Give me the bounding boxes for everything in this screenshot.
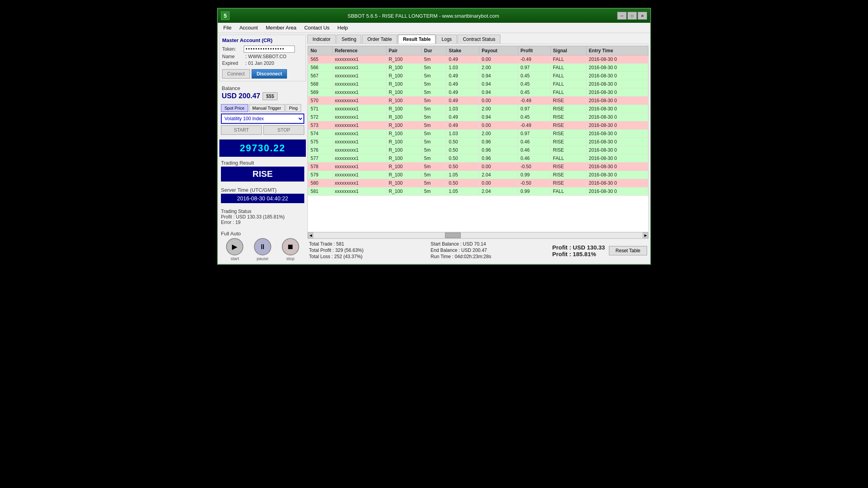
table-row: 572xxxxxxxxx1R_1005m0.490.940.45RISE2016… bbox=[308, 113, 648, 121]
token-input[interactable] bbox=[244, 46, 295, 53]
cell-pair: R_100 bbox=[386, 97, 421, 105]
cell-payout: 2.04 bbox=[479, 171, 518, 179]
table-row: 566xxxxxxxxx1R_1005m1.032.000.97FALL2016… bbox=[308, 64, 648, 72]
cell-signal: RISE bbox=[550, 113, 586, 121]
tab-ping[interactable]: Ping bbox=[285, 104, 301, 112]
total-loss: Total Loss : 252 (43.37%) bbox=[309, 254, 427, 259]
tab-contract-status[interactable]: Contract Status bbox=[458, 35, 500, 44]
menu-member-area[interactable]: Member Area bbox=[262, 24, 300, 32]
cell-entry-time: 2016-08-30 0 bbox=[586, 179, 648, 187]
cell-payout: 0.00 bbox=[479, 55, 518, 64]
cell-entry-time: 2016-08-30 0 bbox=[586, 146, 648, 154]
reset-table-button[interactable]: Reset Table bbox=[609, 246, 647, 255]
table-row: 574xxxxxxxxx1R_1005m1.032.000.97RISE2016… bbox=[308, 130, 648, 138]
cell-no: 580 bbox=[308, 179, 333, 187]
stop-label: stop bbox=[286, 256, 294, 261]
cell-stake: 0.50 bbox=[446, 179, 479, 187]
tab-setting[interactable]: Setting bbox=[337, 35, 361, 44]
footer-reset-col: Reset Table bbox=[609, 241, 647, 260]
cell-stake: 1.05 bbox=[446, 187, 479, 196]
dropdown-row: Volatility 10 Index Volatility 25 Index … bbox=[221, 114, 304, 124]
pause-button[interactable]: ⏸ bbox=[254, 238, 271, 255]
cell-profit: -0.50 bbox=[518, 163, 551, 171]
cell-stake: 0.49 bbox=[446, 113, 479, 121]
menu-file[interactable]: File bbox=[219, 24, 235, 32]
tab-order-table[interactable]: Order Table bbox=[362, 35, 397, 44]
cell-pair: R_100 bbox=[386, 80, 421, 88]
title-bar: 5 SBBOT 5.6.5 - RISE FALL LONGTERM - www… bbox=[218, 9, 650, 23]
cell-dur: 5m bbox=[421, 179, 446, 187]
cell-reference: xxxxxxxxx1 bbox=[332, 154, 386, 163]
cell-no: 566 bbox=[308, 64, 333, 72]
cell-payout: 0.94 bbox=[479, 113, 518, 121]
playback-controls: ▶ start ⏸ pause ⏹ stop bbox=[221, 238, 304, 261]
cell-dur: 5m bbox=[421, 171, 446, 179]
server-time-section: Server Time (UTC/GMT) 2016-08-30 04:40:2… bbox=[219, 187, 306, 207]
scroll-right-button[interactable]: ▶ bbox=[643, 233, 648, 238]
cell-signal: FALL bbox=[550, 72, 586, 80]
error-spacer: : bbox=[233, 220, 235, 225]
menu-contact-us[interactable]: Contact Us bbox=[300, 24, 333, 32]
scroll-thumb[interactable] bbox=[445, 233, 461, 238]
dollar-button[interactable]: $$$ bbox=[263, 92, 278, 100]
disconnect-button[interactable]: Disconnect bbox=[252, 69, 287, 79]
cell-dur: 5m bbox=[421, 88, 446, 97]
cell-reference: xxxxxxxxx1 bbox=[332, 163, 386, 171]
cell-dur: 5m bbox=[421, 72, 446, 80]
tab-indicator[interactable]: Indicator bbox=[307, 35, 336, 44]
trading-result-section: Trading Result RISE bbox=[219, 160, 306, 185]
cell-payout: 0.00 bbox=[479, 97, 518, 105]
cell-signal: RISE bbox=[550, 130, 586, 138]
name-row: Name : WWW.SBBOT.CO bbox=[222, 54, 303, 59]
tab-spot-price[interactable]: Spot Price bbox=[221, 104, 248, 112]
cell-dur: 5m bbox=[421, 154, 446, 163]
footer-profit-col: Profit : USD 130.33 Profit : 185.81% bbox=[552, 241, 605, 260]
cell-reference: xxxxxxxxx1 bbox=[332, 187, 386, 196]
full-auto-label: Full Auto bbox=[221, 231, 304, 237]
menu-help[interactable]: Help bbox=[333, 24, 352, 32]
cell-pair: R_100 bbox=[386, 55, 421, 64]
status-line3: Error : 19 bbox=[221, 220, 304, 225]
server-time-label: Server Time (UTC/GMT) bbox=[221, 187, 304, 193]
play-button[interactable]: ▶ bbox=[226, 238, 243, 255]
menu-bar: File Account Member Area Contact Us Help bbox=[218, 23, 650, 33]
stop-play-button[interactable]: ⏹ bbox=[282, 238, 299, 255]
cell-stake: 0.50 bbox=[446, 163, 479, 171]
tab-result-table[interactable]: Result Table bbox=[398, 35, 436, 44]
cell-pair: R_100 bbox=[386, 146, 421, 154]
tab-manual-trigger[interactable]: Manual Trigger bbox=[249, 104, 285, 112]
start-button[interactable]: START bbox=[221, 125, 262, 135]
cell-entry-time: 2016-08-30 0 bbox=[586, 187, 648, 196]
cell-pair: R_100 bbox=[386, 179, 421, 187]
table-row: 579xxxxxxxxx1R_1005m1.052.040.99RISE2016… bbox=[308, 171, 648, 179]
menu-account[interactable]: Account bbox=[235, 24, 262, 32]
left-panel: Master Account (CR) Token: Name : WWW.SB… bbox=[219, 35, 306, 262]
tab-logs[interactable]: Logs bbox=[436, 35, 457, 44]
horizontal-scrollbar[interactable]: ◀ ▶ bbox=[307, 232, 649, 238]
volatility-select[interactable]: Volatility 10 Index Volatility 25 Index … bbox=[221, 114, 304, 124]
col-signal: Signal bbox=[550, 46, 586, 55]
table-row: 571xxxxxxxxx1R_1005m1.032.000.97RISE2016… bbox=[308, 105, 648, 113]
col-dur: Dur bbox=[421, 46, 446, 55]
cell-pair: R_100 bbox=[386, 121, 421, 130]
cell-profit: 0.97 bbox=[518, 105, 551, 113]
status-line1: Trading Status bbox=[221, 209, 304, 214]
cell-reference: xxxxxxxxx1 bbox=[332, 80, 386, 88]
cell-payout: 0.00 bbox=[479, 163, 518, 171]
cell-reference: xxxxxxxxx1 bbox=[332, 179, 386, 187]
scroll-left-button[interactable]: ◀ bbox=[308, 233, 313, 238]
right-panel: Indicator Setting Order Table Result Tab… bbox=[307, 35, 649, 262]
cell-profit: 0.45 bbox=[518, 80, 551, 88]
cell-dur: 5m bbox=[421, 187, 446, 196]
cell-stake: 0.49 bbox=[446, 72, 479, 80]
minimize-button[interactable]: ─ bbox=[617, 12, 627, 20]
col-entry-time: Entry Time bbox=[586, 46, 648, 55]
cell-stake: 0.49 bbox=[446, 80, 479, 88]
stop-button[interactable]: STOP bbox=[263, 125, 304, 135]
close-button[interactable]: ✕ bbox=[638, 12, 647, 20]
window-controls: ─ □ ✕ bbox=[617, 12, 647, 20]
connect-button[interactable]: Connect bbox=[222, 69, 250, 79]
scroll-track[interactable] bbox=[313, 233, 643, 238]
app-icon: 5 bbox=[221, 11, 230, 20]
maximize-button[interactable]: □ bbox=[627, 12, 637, 20]
